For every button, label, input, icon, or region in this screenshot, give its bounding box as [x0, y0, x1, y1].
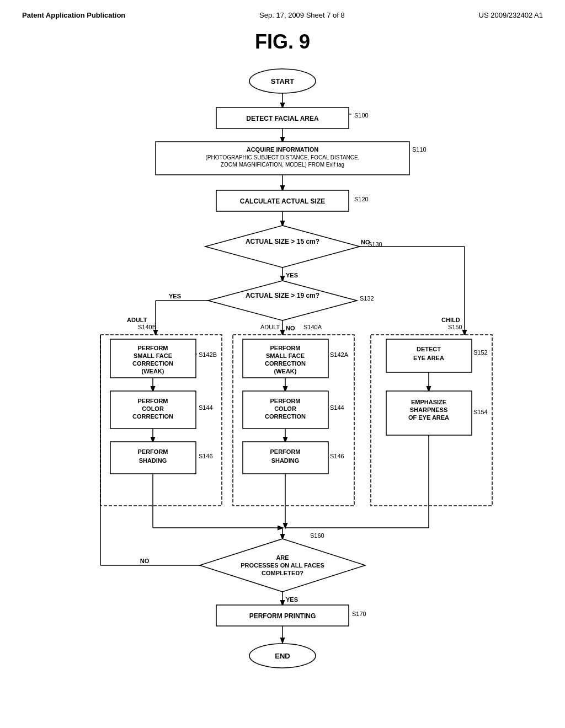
svg-text:SMALL FACE: SMALL FACE	[266, 352, 305, 359]
svg-text:PERFORM: PERFORM	[270, 345, 301, 351]
svg-text:ACQUIRE INFORMATION: ACQUIRE INFORMATION	[247, 146, 319, 153]
svg-text:CORRECTION: CORRECTION	[132, 413, 173, 420]
svg-text:S132: S132	[360, 295, 374, 302]
svg-text:PERFORM: PERFORM	[270, 448, 301, 455]
svg-text:COLOR: COLOR	[274, 405, 296, 412]
svg-text:YES: YES	[286, 272, 298, 279]
svg-text:PERFORM: PERFORM	[270, 398, 301, 404]
svg-text:SMALL FACE: SMALL FACE	[134, 352, 172, 359]
svg-text:(WEAK): (WEAK)	[142, 368, 164, 374]
svg-text:DETECT FACIAL AREA: DETECT FACIAL AREA	[246, 115, 319, 122]
svg-text:NO: NO	[286, 325, 295, 331]
flowchart: START DETECT FACIAL AREA S100 ACQUIRE IN…	[45, 65, 520, 728]
svg-text:(WEAK): (WEAK)	[274, 368, 297, 374]
svg-text:ZOOM MAGNIFICATION, MODEL) FRO: ZOOM MAGNIFICATION, MODEL) FROM Exif tag	[221, 162, 344, 168]
svg-text:CORRECTION: CORRECTION	[265, 413, 306, 420]
svg-text:(PHOTOGRAPHIC SUBJECT DISTANCE: (PHOTOGRAPHIC SUBJECT DISTANCE, FOCAL DI…	[206, 154, 360, 160]
svg-text:S144: S144	[199, 404, 213, 411]
svg-text:EYE AREA: EYE AREA	[413, 355, 444, 361]
svg-text:S146: S146	[199, 453, 213, 459]
svg-text:START: START	[271, 77, 294, 85]
header-left: Patent Application Publication	[22, 11, 125, 19]
svg-text:NO: NO	[140, 558, 150, 564]
svg-marker-27	[208, 281, 357, 320]
svg-text:CORRECTION: CORRECTION	[265, 360, 306, 367]
svg-text:S110: S110	[412, 146, 427, 153]
svg-text:CORRECTION: CORRECTION	[132, 360, 173, 367]
svg-text:S144: S144	[330, 404, 344, 411]
svg-text:S160: S160	[310, 532, 324, 539]
svg-text:OF EYE AREA: OF EYE AREA	[408, 414, 449, 421]
svg-text:ARE: ARE	[276, 554, 289, 561]
svg-text:ACTUAL SIZE > 15 cm?: ACTUAL SIZE > 15 cm?	[246, 238, 319, 245]
diagram-title: FIG. 9	[22, 30, 543, 53]
svg-text:S150: S150	[448, 324, 462, 330]
svg-text:CALCULATE ACTUAL SIZE: CALCULATE ACTUAL SIZE	[240, 197, 325, 205]
svg-text:PROCESSES ON ALL FACES: PROCESSES ON ALL FACES	[241, 562, 324, 569]
svg-text:YES: YES	[169, 293, 181, 299]
svg-text:DETECT: DETECT	[417, 346, 441, 352]
svg-text:EMPHASIZE: EMPHASIZE	[411, 399, 446, 405]
svg-text:PERFORM PRINTING: PERFORM PRINTING	[249, 612, 316, 620]
svg-text:ADULT: ADULT	[127, 317, 147, 323]
svg-text:S170: S170	[352, 611, 366, 617]
svg-text:SHADING: SHADING	[139, 457, 167, 464]
svg-text:PERFORM: PERFORM	[138, 448, 168, 455]
header-right: US 2009/232402 A1	[479, 11, 543, 19]
svg-text:S142A: S142A	[330, 351, 349, 358]
svg-text:SHADING: SHADING	[271, 457, 300, 464]
svg-text:ADULT: ADULT	[260, 324, 280, 330]
svg-text:CHILD: CHILD	[441, 317, 460, 323]
svg-text:ACTUAL SIZE > 19 cm?: ACTUAL SIZE > 19 cm?	[246, 292, 319, 299]
svg-text:PERFORM: PERFORM	[138, 398, 168, 404]
svg-text:END: END	[275, 652, 290, 660]
svg-text:S140A: S140A	[303, 324, 322, 330]
svg-text:NO: NO	[361, 239, 370, 245]
svg-rect-84	[386, 391, 472, 435]
svg-text:S152: S152	[473, 349, 488, 356]
svg-marker-19	[205, 226, 360, 267]
svg-text:S142B: S142B	[199, 351, 217, 358]
svg-text:COLOR: COLOR	[142, 405, 164, 412]
page: Patent Application Publication Sep. 17, …	[0, 0, 565, 728]
svg-text:YES: YES	[286, 596, 298, 603]
svg-text:S146: S146	[330, 453, 344, 459]
svg-text:S100: S100	[354, 112, 369, 119]
header-center: Sep. 17, 2009 Sheet 7 of 8	[259, 11, 345, 19]
svg-text:COMPLETED?: COMPLETED?	[262, 570, 303, 576]
svg-text:S140B: S140B	[138, 324, 156, 330]
header: Patent Application Publication Sep. 17, …	[22, 11, 543, 19]
svg-text:PERFORM: PERFORM	[138, 345, 168, 351]
svg-text:SHARPNESS: SHARPNESS	[410, 406, 447, 413]
svg-text:S120: S120	[354, 196, 369, 202]
svg-text:S154: S154	[473, 409, 488, 415]
